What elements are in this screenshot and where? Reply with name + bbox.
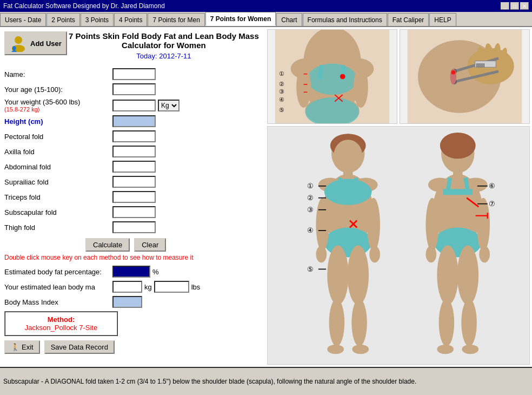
triceps-row: Triceps fold — [4, 190, 261, 203]
svg-point-79 — [440, 133, 476, 159]
svg-line-86 — [466, 177, 468, 192]
tab-7-points-women[interactable]: 7 Points for Women — [205, 12, 276, 26]
suprailiac-row: Suprailiac fold — [4, 175, 261, 188]
double-click-message: Double click mouse key on each method to… — [4, 254, 261, 261]
axilla-input[interactable] — [112, 146, 156, 157]
svg-text:④: ④ — [307, 226, 314, 234]
exit-icon: 🚶 — [11, 343, 19, 351]
age-input[interactable] — [112, 83, 156, 95]
left-panel: 👤 Add User 7 Points Skin Fold Body Fat a… — [0, 27, 265, 367]
method-box: Method: Jackson_Pollock 7-Site — [4, 311, 118, 336]
body-fat-label: Estimated body fat percentage: — [4, 268, 112, 276]
tab-fat-caliper[interactable]: Fat Caliper — [388, 13, 429, 26]
svg-point-58 — [329, 299, 345, 346]
svg-point-90 — [457, 246, 479, 305]
weight-note: (15.8-272 kg) — [4, 106, 112, 113]
caliper-image: |||||||| — [400, 29, 530, 124]
svg-line-85 — [448, 177, 450, 192]
name-input[interactable] — [112, 68, 156, 80]
svg-text:①: ① — [307, 182, 314, 190]
svg-point-92 — [461, 299, 477, 346]
svg-text:②: ② — [279, 81, 284, 87]
age-label: Your age (15-100): — [4, 85, 112, 94]
subscapular-row: Subscapular fold — [4, 206, 261, 219]
svg-point-46 — [334, 140, 362, 170]
svg-point-57 — [348, 246, 369, 305]
add-user-button[interactable]: 👤 Add User — [4, 31, 67, 55]
weight-row: Your weight (35-600 lbs) (15.8-272 kg) K… — [4, 98, 261, 113]
lean-body-lbs-input[interactable] — [154, 281, 189, 293]
bottom-body-image: ① ② ③ ④ ⑤ — [267, 126, 530, 365]
svg-point-62 — [316, 246, 327, 263]
svg-point-95 — [425, 246, 436, 263]
tab-chart[interactable]: Chart — [276, 13, 302, 26]
app-title: Fat Calculator Software Designed by Dr. … — [3, 2, 165, 10]
height-input[interactable] — [112, 115, 156, 127]
svg-point-14 — [296, 66, 311, 108]
title-bar: Fat Calculator Software Designed by Dr. … — [0, 0, 532, 12]
triceps-input[interactable] — [112, 191, 156, 203]
add-user-label: Add User — [30, 40, 62, 48]
subscapular-label: Subscapular fold — [4, 208, 112, 216]
tab-7-points-men[interactable]: 7 Points for Men — [148, 13, 204, 26]
maximize-button[interactable]: □ — [510, 2, 519, 10]
svg-point-56 — [327, 246, 349, 305]
height-row: Height (cm) — [4, 115, 261, 128]
lean-body-label: Your estimated lean body ma — [4, 283, 112, 291]
weight-input[interactable] — [112, 100, 156, 111]
today-date: Today: 2012-7-11 — [67, 52, 261, 60]
age-row: Your age (15-100): — [4, 83, 261, 96]
calculate-button[interactable]: Calculate — [85, 238, 130, 252]
tab-help[interactable]: HELP — [429, 13, 456, 26]
body-fat-input[interactable] — [112, 266, 150, 278]
svg-text:⑦: ⑦ — [489, 200, 495, 208]
main-content: 👤 Add User 7 Points Skin Fold Body Fat a… — [0, 27, 532, 367]
body-fat-unit: % — [152, 268, 159, 276]
weight-unit-select[interactable]: Kg lbs — [158, 100, 179, 111]
tab-4-points[interactable]: 4 Points — [114, 13, 147, 26]
weight-input-area: Kg lbs — [112, 100, 179, 111]
svg-text:⑥: ⑥ — [489, 182, 495, 190]
lean-body-kg-input[interactable] — [112, 281, 142, 293]
front-torso-image: ① ② ③ ④ ⑤ — [267, 29, 397, 124]
caliper-svg: |||||||| — [400, 30, 529, 123]
thigh-label: Thigh fold — [4, 223, 112, 232]
svg-point-98 — [462, 345, 478, 354]
svg-point-13 — [340, 74, 345, 80]
svg-point-10 — [307, 63, 357, 95]
pectoral-input[interactable] — [112, 130, 156, 142]
svg-text:④: ④ — [279, 96, 284, 103]
axilla-row: Axilla fold — [4, 145, 261, 158]
svg-point-60 — [316, 198, 329, 252]
svg-point-63 — [369, 246, 380, 263]
bmi-row: Body Mass Index — [4, 296, 261, 308]
clear-button[interactable]: Clear — [134, 238, 166, 252]
close-button[interactable]: ✕ — [520, 2, 529, 10]
tab-formulas[interactable]: Formulas and Instructions — [303, 13, 387, 26]
abdominal-input[interactable] — [112, 161, 156, 173]
svg-line-52 — [338, 177, 340, 192]
front-torso-svg: ① ② ③ ④ ⑤ — [268, 30, 397, 123]
svg-point-91 — [439, 299, 455, 346]
svg-text:③: ③ — [307, 206, 314, 214]
tab-2-points[interactable]: 2 Points — [46, 13, 79, 26]
svg-point-64 — [327, 345, 344, 354]
subscapular-input[interactable] — [112, 206, 156, 218]
abdominal-label: Abdominal fold — [4, 163, 112, 171]
save-data-button[interactable]: Save Data Record — [44, 340, 115, 354]
minimize-button[interactable]: _ — [501, 2, 509, 10]
thigh-input[interactable] — [112, 221, 156, 233]
tab-3-points[interactable]: 3 Points — [81, 13, 114, 26]
body-fat-row: Estimated body fat percentage: % — [4, 266, 261, 278]
calc-buttons: Calculate Clear — [85, 238, 261, 252]
svg-point-94 — [477, 198, 490, 252]
lean-body-unit2: lbs — [191, 283, 201, 291]
svg-rect-6 — [327, 51, 337, 59]
exit-button[interactable]: 🚶 Exit — [4, 340, 40, 354]
suprailiac-label: Suprailiac fold — [4, 178, 112, 186]
title-date-area: 7 Points Skin Fold Body Fat and Lean Bod… — [67, 31, 261, 64]
svg-point-89 — [437, 246, 458, 305]
tab-users-date[interactable]: Users - Date — [0, 13, 46, 26]
bmi-input[interactable] — [112, 296, 142, 308]
suprailiac-input[interactable] — [112, 176, 156, 188]
